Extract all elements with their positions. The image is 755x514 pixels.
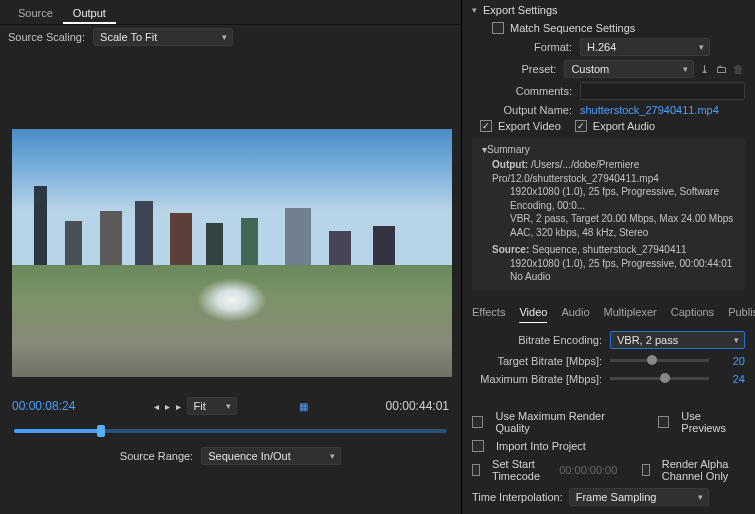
max-bitrate-label: Maximum Bitrate [Mbps]: (472, 373, 602, 385)
subtab-audio[interactable]: Audio (561, 306, 589, 323)
summary-output-label: Output: (492, 159, 528, 170)
subtab-effects[interactable]: Effects (472, 306, 505, 323)
bitrate-encoding-label: Bitrate Encoding: (472, 334, 602, 346)
preview-area (0, 49, 461, 387)
use-max-render-checkbox[interactable] (472, 416, 483, 428)
duration-time: 00:00:44:01 (386, 399, 449, 413)
summary-output-bitrate: VBR, 2 pass, Target 20.00 Mbps, Max 24.0… (482, 212, 735, 226)
render-alpha-checkbox[interactable] (642, 464, 650, 476)
chevron-down-icon: ▾ (472, 5, 477, 15)
source-range-label: Source Range: (120, 450, 193, 462)
set-start-tc-label: Set Start Timecode (492, 458, 549, 482)
summary-output-audio: AAC, 320 kbps, 48 kHz, Stereo (482, 226, 735, 240)
subtab-publish[interactable]: Publish (728, 306, 755, 323)
use-max-render-label: Use Maximum Render Quality (495, 410, 634, 434)
bitrate-encoding-select[interactable]: VBR, 2 pass (610, 331, 745, 349)
match-sequence-label: Match Sequence Settings (510, 22, 635, 34)
playback-controls: 00:00:08:24 ◂ ▸ ▸ Fit ▦ 00:00:44:01 Sour… (0, 387, 461, 475)
max-bitrate-slider[interactable] (610, 377, 709, 380)
source-range-select[interactable]: Sequence In/Out (201, 447, 341, 465)
format-select[interactable]: H.264 (580, 38, 710, 56)
export-settings-title: Export Settings (483, 4, 558, 16)
preset-label: Preset: (492, 63, 556, 75)
export-subtabs: Effects Video Audio Multiplexer Captions… (462, 300, 755, 323)
tab-output[interactable]: Output (63, 4, 116, 24)
summary-title: Summary (487, 144, 530, 155)
target-bitrate-slider[interactable] (610, 359, 709, 362)
export-video-label: Export Video (498, 120, 561, 132)
summary-source-res: 1920x1080 (1.0), 25 fps, Progressive, 00… (482, 257, 735, 271)
summary-source-audio: No Audio (482, 270, 735, 284)
time-interp-label: Time Interpolation: (472, 491, 563, 503)
save-preset-icon[interactable]: ⤓ (698, 61, 711, 77)
aspect-icon[interactable]: ▦ (299, 401, 308, 412)
subtab-video[interactable]: Video (519, 306, 547, 323)
zoom-fit-select[interactable]: Fit (187, 397, 237, 415)
delete-preset-icon[interactable]: 🗑 (732, 61, 745, 77)
playhead-icon[interactable] (97, 425, 105, 437)
target-bitrate-label: Target Bitrate [Mbps]: (472, 355, 602, 367)
preview-panel: Source Output Source Scaling: Scale To F… (0, 0, 462, 514)
summary-block: ▾Summary Output: /Users/.../dobe/Premier… (472, 138, 745, 290)
import-project-checkbox[interactable] (472, 440, 484, 452)
current-time[interactable]: 00:00:08:24 (12, 399, 75, 413)
preset-select[interactable]: Custom (564, 60, 694, 78)
preview-image (12, 129, 452, 377)
bottom-options: Use Maximum Render Quality Use Previews … (462, 401, 755, 515)
set-start-tc-checkbox[interactable] (472, 464, 480, 476)
comments-input[interactable] (580, 82, 745, 100)
summary-output-res: 1920x1080 (1.0), 25 fps, Progressive, So… (482, 185, 735, 212)
prev-frame-icon[interactable]: ◂ (154, 401, 159, 412)
render-alpha-label: Render Alpha Channel Only (662, 458, 745, 482)
export-audio-checkbox[interactable] (575, 120, 587, 132)
start-tc-value: 00:00:00:00 (559, 464, 617, 476)
format-label: Format: (492, 41, 572, 53)
output-name-label: Output Name: (492, 104, 572, 116)
target-bitrate-value[interactable]: 20 (719, 355, 745, 367)
source-scaling-row: Source Scaling: Scale To Fit (0, 25, 461, 49)
export-audio-label: Export Audio (593, 120, 655, 132)
use-previews-label: Use Previews (681, 410, 745, 434)
summary-source-label: Source: (492, 244, 529, 255)
match-sequence-checkbox[interactable] (492, 22, 504, 34)
import-preset-icon[interactable]: 🗀 (715, 61, 728, 77)
subtab-captions[interactable]: Captions (671, 306, 714, 323)
subtab-multiplexer[interactable]: Multiplexer (604, 306, 657, 323)
comments-label: Comments: (492, 85, 572, 97)
timeline-slider[interactable] (14, 429, 447, 433)
source-scaling-select[interactable]: Scale To Fit (93, 28, 233, 46)
preview-tabs: Source Output (0, 0, 461, 25)
use-previews-checkbox[interactable] (658, 416, 669, 428)
tab-source[interactable]: Source (8, 4, 63, 24)
export-video-checkbox[interactable] (480, 120, 492, 132)
play-icon[interactable]: ▸ (165, 401, 170, 412)
output-name-link[interactable]: shutterstock_27940411.mp4 (580, 104, 719, 116)
source-scaling-label: Source Scaling: (8, 31, 85, 43)
max-bitrate-value[interactable]: 24 (719, 373, 745, 385)
next-frame-icon[interactable]: ▸ (176, 401, 181, 412)
import-project-label: Import Into Project (496, 440, 586, 452)
time-interp-select[interactable]: Frame Sampling (569, 488, 709, 506)
export-settings-header[interactable]: ▾ Export Settings (462, 0, 755, 20)
summary-source-name: Sequence, shutterstock_27940411 (532, 244, 687, 255)
export-panel: ▾ Export Settings Match Sequence Setting… (462, 0, 755, 514)
